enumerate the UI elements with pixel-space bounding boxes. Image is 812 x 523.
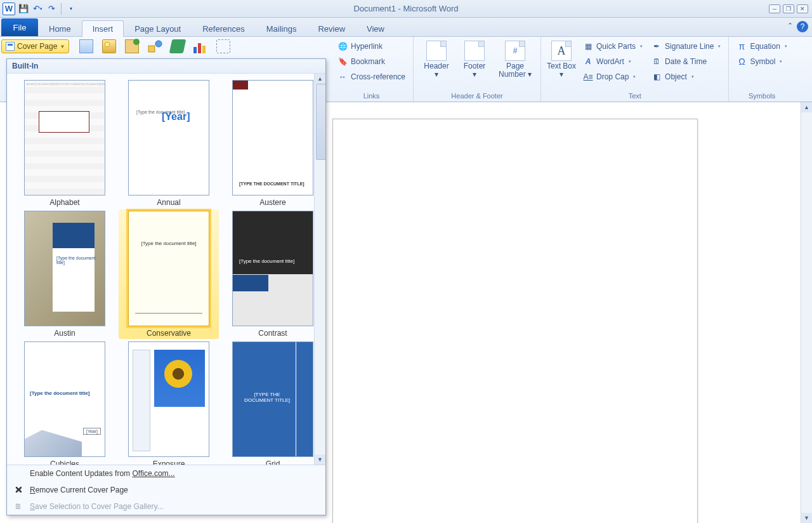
gallery-caption: Conservative: [147, 329, 191, 338]
thumb-grid: [TYPE THE DOCUMENT TITLE]: [232, 341, 313, 457]
gallery-item-austere[interactable]: [TYPE THE DOCUMENT TITLE] Austere: [224, 80, 314, 207]
footer-button[interactable]: Footer▾: [457, 39, 492, 79]
save-icon[interactable]: 💾: [18, 3, 29, 15]
bookmark-button[interactable]: 🔖Bookmark: [335, 55, 408, 69]
menu-enable-office-updates[interactable]: Enable Content Updates from Office.com..…: [7, 465, 325, 482]
vertical-scrollbar[interactable]: ▲ ▼: [801, 102, 812, 523]
undo-icon[interactable]: ↶▾: [32, 3, 43, 15]
gallery-item-austin[interactable]: [Type the document title] Austin: [16, 211, 114, 338]
symbol-button[interactable]: ΩSymbol▾: [734, 55, 789, 69]
document-page[interactable]: [332, 119, 698, 523]
qat-customize-icon[interactable]: ▾: [65, 3, 77, 15]
gallery-caption: Austin: [54, 329, 75, 338]
hyperlink-label: Hyperlink: [351, 42, 383, 51]
save-selection-label: Save Selection to Cover Page Gallery...: [30, 502, 164, 511]
smartart-icon[interactable]: [169, 39, 187, 53]
hyperlink-icon: 🌐: [337, 41, 348, 51]
gallery-scrollbar[interactable]: ▲ ▼: [314, 74, 325, 465]
gallery-item-conservative[interactable]: [Type the document title] Conservative: [119, 209, 219, 339]
symbol-icon: Ω: [737, 56, 747, 67]
page-number-label: Page Number: [499, 62, 526, 79]
object-button[interactable]: ◧Object▾: [649, 70, 723, 84]
gallery-item-annual[interactable]: [Type the document title][Year] Annual: [120, 80, 218, 207]
gallery-caption: Exposure: [153, 460, 185, 465]
cross-reference-button[interactable]: ↔Cross-reference: [335, 70, 408, 84]
gallery-item-cubicles[interactable]: [Type the document title][Year] Cubicles: [16, 341, 114, 465]
text-box-button[interactable]: AText Box▾: [546, 39, 577, 84]
restore-button[interactable]: ❐: [783, 4, 794, 13]
cover-page-label: Cover Page: [17, 42, 57, 51]
bookmark-label: Bookmark: [351, 57, 385, 66]
crossref-icon: ↔: [337, 72, 348, 82]
signature-icon: ✒: [652, 41, 662, 51]
gallery-item-grid[interactable]: [TYPE THE DOCUMENT TITLE] Grid: [224, 341, 314, 465]
drop-cap-button[interactable]: A≡Drop Cap▾: [580, 70, 645, 84]
object-icon: ◧: [652, 72, 662, 82]
window-controls: ─ ❐ ✕: [769, 4, 808, 13]
scroll-up-icon[interactable]: ▲: [801, 102, 812, 112]
minimize-ribbon-icon[interactable]: ⌃: [787, 22, 793, 30]
screenshot-icon[interactable]: [216, 39, 230, 53]
drop-cap-icon: A≡: [583, 72, 593, 82]
gallery-item-contrast[interactable]: [Type the document title] Contrast: [224, 211, 314, 338]
tab-review[interactable]: Review: [307, 20, 356, 37]
gallery-item-alphabet[interactable]: qwertyuiopasdghjklzxcvbnmqwertyuiopasdgh…: [16, 80, 114, 207]
tab-references[interactable]: References: [192, 20, 255, 37]
equation-button[interactable]: πEquation▾: [734, 39, 789, 53]
scroll-up-icon[interactable]: ▲: [315, 74, 325, 84]
tab-home[interactable]: Home: [38, 20, 82, 37]
symbol-label: Symbol: [750, 57, 775, 66]
date-time-label: Date & Time: [665, 57, 707, 66]
signature-line-button[interactable]: ✒Signature Line▾: [649, 39, 723, 53]
table-icon[interactable]: [79, 39, 93, 53]
clipart-icon[interactable]: [125, 39, 139, 53]
tab-insert[interactable]: Insert: [82, 20, 124, 37]
cover-page-button[interactable]: Cover Page ▼: [1, 39, 69, 53]
scroll-down-icon[interactable]: ▼: [801, 513, 812, 523]
remove-cover-label: RRemove Current Cover Pageemove Current …: [30, 486, 128, 494]
wordart-label: WordArt: [596, 57, 624, 66]
date-time-button[interactable]: 🗓Date & Time: [649, 55, 723, 69]
bookmark-icon: 🔖: [337, 56, 348, 67]
tab-view[interactable]: View: [356, 20, 395, 37]
tab-page-layout[interactable]: Page Layout: [124, 20, 192, 37]
page-number-button[interactable]: #Page Number ▾: [495, 39, 535, 79]
quick-parts-button[interactable]: ▦Quick Parts▾: [580, 39, 645, 53]
thumb-conservative: [Type the document title]: [128, 211, 209, 326]
chevron-down-icon: ▼: [60, 44, 65, 50]
menu-remove-cover-page[interactable]: 🗙 RRemove Current Cover Pageemove Curren…: [7, 482, 325, 498]
wordart-button[interactable]: AWordArt▾: [580, 55, 645, 69]
signature-label: Signature Line: [665, 42, 714, 51]
tab-mailings[interactable]: Mailings: [256, 20, 308, 37]
gallery-grid: qwertyuiopasdghjklzxcvbnmqwertyuiopasdgh…: [7, 74, 314, 465]
gallery-item-exposure[interactable]: Exposure: [120, 341, 218, 465]
drop-cap-label: Drop Cap: [596, 72, 629, 81]
header-label: Header: [424, 62, 449, 70]
quick-parts-label: Quick Parts: [596, 42, 636, 51]
picture-icon[interactable]: [102, 39, 116, 53]
qat-separator: [61, 3, 62, 15]
thumb-austere: [TYPE THE DOCUMENT TITLE]: [232, 80, 313, 195]
thumb-cubicles: [Type the document title][Year]: [24, 341, 105, 457]
insert-partial-icons: [73, 39, 230, 53]
chart-icon[interactable]: [193, 39, 207, 53]
svg-point-1: [155, 41, 162, 47]
word-app-icon[interactable]: W: [3, 3, 15, 15]
close-button[interactable]: ✕: [797, 4, 808, 13]
quick-access-toolbar: W 💾 ↶▾ ↷ ▾: [0, 3, 77, 15]
thumb-austin: [Type the document title]: [24, 211, 105, 326]
help-icon[interactable]: ?: [797, 21, 808, 32]
redo-icon[interactable]: ↷: [46, 3, 57, 15]
cover-page-icon: [6, 42, 15, 51]
gallery-caption: Austere: [259, 198, 285, 207]
hyperlink-button[interactable]: 🌐Hyperlink: [335, 39, 408, 53]
file-tab[interactable]: File: [1, 18, 38, 36]
scroll-down-icon[interactable]: ▼: [315, 454, 325, 465]
shapes-icon[interactable]: [148, 39, 162, 53]
thumb-alphabet: qwertyuiopasdghjklzxcvbnmqwertyuiopasdgh…: [24, 80, 105, 195]
scroll-thumb[interactable]: [316, 84, 325, 160]
group-symbols: πEquation▾ ΩSymbol▾ Symbols: [729, 37, 794, 102]
minimize-button[interactable]: ─: [769, 4, 780, 13]
header-button[interactable]: Header▾: [419, 39, 454, 79]
ribbon-tabs: File Home Insert Page Layout References …: [0, 18, 812, 37]
